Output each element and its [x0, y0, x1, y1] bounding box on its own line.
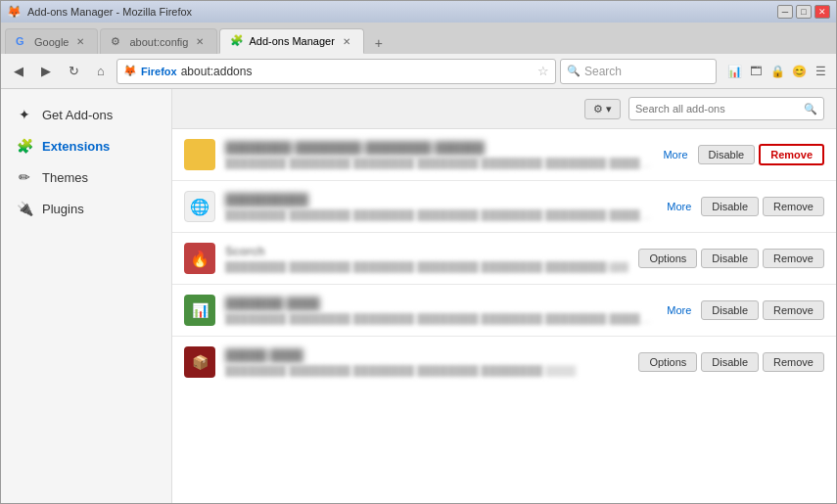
addons-tab-icon: 🧩 [230, 34, 244, 48]
remove-button-4[interactable]: Remove [763, 300, 824, 320]
tab-about-config[interactable]: ⚙ about:config ✕ [100, 28, 217, 54]
home-button[interactable]: ⌂ [89, 60, 113, 83]
close-button[interactable]: ✕ [814, 5, 830, 19]
addon-name-3: Scorch [225, 245, 628, 258]
addon-desc-4: ████████ ████████ ████████ ████████ ████… [225, 313, 657, 325]
nav-extras: 📊 🗔 🔒 😊 ☰ [724, 62, 830, 81]
addon-icon-4: 📊 [184, 295, 215, 326]
addon-icon-3: 🔥 [184, 243, 215, 274]
window-title: Add-ons Manager - Mozilla Firefox [27, 6, 192, 18]
disable-button-5[interactable]: Disable [701, 352, 759, 372]
tab-bar: G Google ✕ ⚙ about:config ✕ 🧩 Add-ons Ma… [1, 23, 836, 54]
addon-more-2[interactable]: More [667, 201, 691, 212]
nav-icon-menu[interactable]: ☰ [811, 62, 830, 81]
disable-button-2[interactable]: Disable [701, 197, 759, 216]
tab-about-config-close[interactable]: ✕ [193, 35, 207, 49]
tab-about-config-label: about:config [129, 36, 188, 48]
sidebar-label-get-addons: Get Add-ons [42, 108, 113, 122]
sidebar-item-get-addons[interactable]: ✦ Get Add-ons [1, 99, 171, 130]
remove-button-2[interactable]: Remove [763, 197, 824, 216]
addon-row-4: 📊 ███████ ████ ████████ ████████ ███████… [172, 285, 836, 337]
firefox-label: Firefox [141, 66, 177, 77]
addon-row-5: 📦 █████ ████ ████████ ████████ ████████ … [172, 337, 836, 388]
search-placeholder: Search [584, 65, 710, 78]
sidebar-item-themes[interactable]: ✏ Themes [1, 161, 171, 193]
sidebar-label-extensions: Extensions [42, 139, 110, 154]
sidebar-item-extensions[interactable]: 🧩 Extensions [1, 130, 171, 161]
google-tab-icon: G [16, 35, 29, 49]
disable-button-3[interactable]: Disable [701, 249, 759, 268]
extensions-toolbar: ⚙ ▾ 🔍 [172, 89, 836, 129]
options-button-3[interactable]: Options [638, 249, 697, 268]
tab-addons-close[interactable]: ✕ [340, 34, 353, 48]
nav-icon-reader[interactable]: 🗔 [746, 62, 766, 81]
addon-name-4: ███████ ████ [225, 297, 657, 310]
tab-google-close[interactable]: ✕ [73, 35, 87, 49]
gear-icon: ⚙ [593, 103, 603, 115]
addon-info-1: ████████ ████████ ████████ ██████ ██████… [225, 141, 653, 169]
sidebar-label-plugins: Plugins [42, 202, 84, 216]
disable-button-1[interactable]: Disable [698, 145, 756, 164]
addon-info-3: Scorch ████████ ████████ ████████ ██████… [225, 245, 628, 273]
remove-button-1[interactable]: Remove [759, 144, 824, 165]
remove-button-3[interactable]: Remove [763, 249, 824, 268]
refresh-button[interactable]: ↻ [62, 60, 85, 83]
addon-icon-5: 📦 [184, 346, 215, 378]
addon-actions-2: Disable Remove [701, 197, 824, 216]
sidebar-item-plugins[interactable]: 🔌 Plugins [1, 193, 171, 224]
addon-name-1: ████████ ████████ ████████ ██████ [225, 141, 653, 155]
addon-row-2: 🌐 ██████████ ████████ ████████ ████████ … [172, 181, 836, 233]
addon-info-4: ███████ ████ ████████ ████████ ████████ … [225, 297, 657, 325]
title-bar: 🦊 Add-ons Manager - Mozilla Firefox ─ □ … [1, 1, 836, 23]
search-addons-icon: 🔍 [804, 103, 817, 115]
nav-icon-security[interactable]: 🔒 [767, 62, 787, 81]
tab-google[interactable]: G Google ✕ [5, 28, 98, 54]
remove-button-5[interactable]: Remove [763, 352, 824, 372]
about-config-icon: ⚙ [111, 35, 124, 49]
plugins-icon: 🔌 [15, 199, 34, 218]
disable-button-4[interactable]: Disable [701, 300, 759, 320]
addon-desc-1: ████████ ████████ ████████ ████████ ████… [225, 158, 653, 169]
window-controls: ─ □ ✕ [777, 5, 830, 19]
addon-desc-3: ████████ ████████ ████████ ████████ ████… [225, 261, 628, 273]
search-bar[interactable]: 🔍 Search [560, 59, 717, 84]
get-addons-icon: ✦ [15, 105, 34, 124]
address-bar[interactable]: 🦊 Firefox about:addons ☆ [116, 59, 556, 84]
gear-dropdown-icon: ▾ [606, 103, 612, 115]
nav-icon-avatar[interactable]: 😊 [789, 62, 809, 81]
new-tab-button[interactable]: + [368, 32, 390, 54]
addon-actions-3: Options Disable Remove [638, 249, 824, 268]
addon-more-4[interactable]: More [667, 304, 691, 316]
addon-info-5: █████ ████ ████████ ████████ ████████ ██… [225, 348, 628, 377]
search-addons-input[interactable] [635, 103, 804, 115]
extensions-area: ⚙ ▾ 🔍 ████████ ████████ ████████ ██████ … [172, 89, 836, 503]
search-icon: 🔍 [567, 65, 581, 77]
bookmark-icon[interactable]: ☆ [537, 64, 549, 78]
sidebar: ✦ Get Add-ons 🧩 Extensions ✏ Themes 🔌 Pl… [1, 89, 172, 503]
tab-addons-label: Add-ons Manager [249, 35, 334, 47]
addon-more-1[interactable]: More [663, 149, 687, 160]
addon-actions-4: Disable Remove [701, 300, 824, 320]
addon-desc-2: ████████ ████████ ████████ ████████ ████… [225, 209, 657, 221]
browser-window: 🦊 Add-ons Manager - Mozilla Firefox ─ □ … [0, 0, 837, 504]
search-addons-bar[interactable]: 🔍 [628, 97, 824, 120]
tab-addons[interactable]: 🧩 Add-ons Manager ✕ [219, 28, 363, 54]
addon-info-2: ██████████ ████████ ████████ ████████ ██… [225, 193, 657, 221]
addon-actions-5: Options Disable Remove [638, 352, 824, 372]
browser-chrome: G Google ✕ ⚙ about:config ✕ 🧩 Add-ons Ma… [1, 23, 836, 89]
minimize-button[interactable]: ─ [777, 5, 793, 19]
addon-name-2: ██████████ [225, 193, 657, 206]
sidebar-label-themes: Themes [42, 170, 88, 185]
tab-google-label: Google [34, 36, 69, 48]
options-button-5[interactable]: Options [638, 352, 697, 372]
firefox-logo-icon: 🦊 [123, 65, 137, 77]
window-title-area: 🦊 Add-ons Manager - Mozilla Firefox [7, 5, 192, 19]
nav-icon-chart[interactable]: 📊 [724, 62, 744, 81]
addon-name-5: █████ ████ [225, 348, 628, 362]
gear-button[interactable]: ⚙ ▾ [584, 99, 621, 119]
back-button[interactable]: ◀ [7, 60, 30, 83]
addon-desc-5: ████████ ████████ ████████ ████████ ████… [225, 365, 628, 377]
forward-button[interactable]: ▶ [34, 60, 58, 83]
maximize-button[interactable]: □ [796, 5, 812, 19]
addon-icon-1 [184, 139, 215, 170]
